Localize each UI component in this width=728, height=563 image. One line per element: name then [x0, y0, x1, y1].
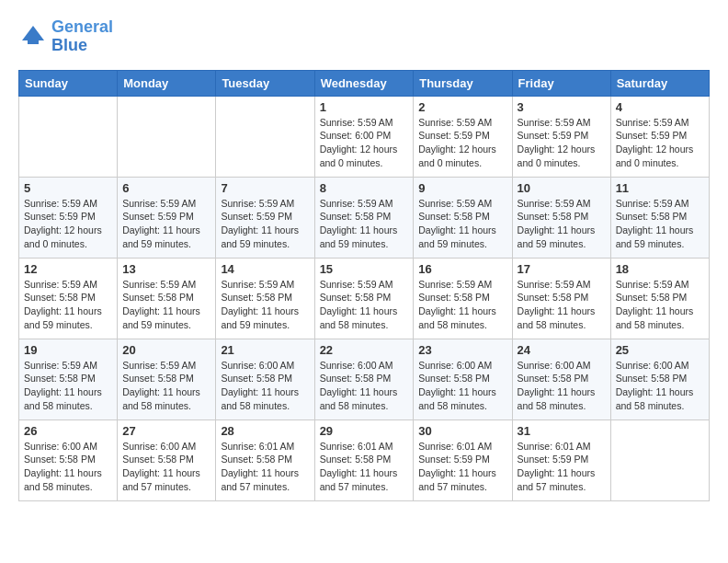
day-number: 2 [418, 100, 506, 114]
day-number: 12 [24, 262, 112, 276]
day-info: Sunrise: 6:01 AM Sunset: 5:58 PM Dayligh… [221, 440, 309, 494]
day-info: Sunrise: 6:00 AM Sunset: 5:58 PM Dayligh… [320, 359, 409, 413]
day-info: Sunrise: 5:59 AM Sunset: 5:58 PM Dayligh… [221, 278, 309, 332]
day-number: 5 [24, 181, 112, 195]
day-info: Sunrise: 5:59 AM Sunset: 5:59 PM Dayligh… [24, 197, 112, 251]
day-info: Sunrise: 5:59 AM Sunset: 5:58 PM Dayligh… [122, 359, 210, 413]
calendar-week-3: 12Sunrise: 5:59 AM Sunset: 5:58 PM Dayli… [19, 258, 710, 339]
day-number: 19 [24, 343, 112, 357]
day-info: Sunrise: 6:00 AM Sunset: 5:58 PM Dayligh… [518, 359, 606, 413]
calendar-cell: 14Sunrise: 5:59 AM Sunset: 5:58 PM Dayli… [216, 258, 314, 339]
day-info: Sunrise: 5:59 AM Sunset: 5:58 PM Dayligh… [518, 278, 606, 332]
calendar-cell: 19Sunrise: 5:59 AM Sunset: 5:58 PM Dayli… [19, 339, 118, 419]
calendar-cell: 29Sunrise: 6:01 AM Sunset: 5:58 PM Dayli… [314, 419, 414, 500]
day-number: 30 [418, 424, 506, 438]
day-info: Sunrise: 5:59 AM Sunset: 5:58 PM Dayligh… [616, 278, 704, 332]
day-info: Sunrise: 5:59 AM Sunset: 5:59 PM Dayligh… [221, 197, 309, 251]
day-info: Sunrise: 5:59 AM Sunset: 5:59 PM Dayligh… [616, 116, 704, 170]
day-number: 22 [320, 343, 409, 357]
calendar-cell: 25Sunrise: 6:00 AM Sunset: 5:58 PM Dayli… [610, 339, 709, 419]
day-number: 20 [122, 343, 210, 357]
day-number: 28 [221, 424, 309, 438]
calendar-week-5: 26Sunrise: 6:00 AM Sunset: 5:58 PM Dayli… [19, 419, 710, 500]
day-number: 1 [320, 100, 409, 114]
svg-marker-0 [22, 26, 44, 40]
day-number: 16 [418, 262, 506, 276]
day-info: Sunrise: 6:01 AM Sunset: 5:59 PM Dayligh… [418, 440, 506, 494]
day-number: 15 [320, 262, 409, 276]
calendar-week-4: 19Sunrise: 5:59 AM Sunset: 5:58 PM Dayli… [19, 339, 710, 419]
calendar-cell: 20Sunrise: 5:59 AM Sunset: 5:58 PM Dayli… [118, 339, 216, 419]
calendar-cell: 4Sunrise: 5:59 AM Sunset: 5:59 PM Daylig… [610, 96, 709, 177]
calendar-cell: 12Sunrise: 5:59 AM Sunset: 5:58 PM Dayli… [19, 258, 118, 339]
day-number: 18 [616, 262, 704, 276]
calendar-cell: 28Sunrise: 6:01 AM Sunset: 5:58 PM Dayli… [216, 419, 314, 500]
day-info: Sunrise: 5:59 AM Sunset: 5:58 PM Dayligh… [122, 278, 210, 332]
day-info: Sunrise: 5:59 AM Sunset: 5:58 PM Dayligh… [24, 359, 112, 413]
col-header-tuesday: Tuesday [216, 70, 314, 96]
day-info: Sunrise: 5:59 AM Sunset: 5:59 PM Dayligh… [518, 116, 606, 170]
day-info: Sunrise: 6:00 AM Sunset: 5:58 PM Dayligh… [221, 359, 309, 413]
logo: General Blue [18, 18, 113, 55]
day-info: Sunrise: 5:59 AM Sunset: 5:59 PM Dayligh… [122, 197, 210, 251]
calendar-cell: 31Sunrise: 6:01 AM Sunset: 5:59 PM Dayli… [512, 419, 610, 500]
day-number: 13 [122, 262, 210, 276]
calendar-cell [118, 96, 216, 177]
calendar-cell: 16Sunrise: 5:59 AM Sunset: 5:58 PM Dayli… [414, 258, 512, 339]
day-number: 7 [221, 181, 309, 195]
day-number: 10 [518, 181, 606, 195]
calendar-week-1: 1Sunrise: 5:59 AM Sunset: 6:00 PM Daylig… [19, 96, 710, 177]
day-info: Sunrise: 5:59 AM Sunset: 5:58 PM Dayligh… [418, 278, 506, 332]
day-number: 23 [418, 343, 506, 357]
calendar-cell: 22Sunrise: 6:00 AM Sunset: 5:58 PM Dayli… [314, 339, 414, 419]
day-number: 25 [616, 343, 704, 357]
day-number: 3 [518, 100, 606, 114]
day-number: 29 [320, 424, 409, 438]
calendar-cell: 26Sunrise: 6:00 AM Sunset: 5:58 PM Dayli… [19, 419, 118, 500]
day-info: Sunrise: 5:59 AM Sunset: 5:58 PM Dayligh… [418, 197, 506, 251]
day-info: Sunrise: 5:59 AM Sunset: 5:59 PM Dayligh… [418, 116, 506, 170]
calendar-cell [19, 96, 118, 177]
day-number: 6 [122, 181, 210, 195]
calendar-cell: 27Sunrise: 6:00 AM Sunset: 5:58 PM Dayli… [118, 419, 216, 500]
calendar-table: SundayMondayTuesdayWednesdayThursdayFrid… [18, 70, 710, 501]
day-info: Sunrise: 5:59 AM Sunset: 5:58 PM Dayligh… [616, 197, 704, 251]
calendar-cell: 11Sunrise: 5:59 AM Sunset: 5:58 PM Dayli… [610, 177, 709, 258]
col-header-thursday: Thursday [414, 70, 512, 96]
calendar-cell: 13Sunrise: 5:59 AM Sunset: 5:58 PM Dayli… [118, 258, 216, 339]
calendar-cell: 30Sunrise: 6:01 AM Sunset: 5:59 PM Dayli… [414, 419, 512, 500]
day-info: Sunrise: 6:01 AM Sunset: 5:59 PM Dayligh… [518, 440, 606, 494]
day-info: Sunrise: 5:59 AM Sunset: 5:58 PM Dayligh… [518, 197, 606, 251]
col-header-wednesday: Wednesday [314, 70, 414, 96]
calendar-cell: 18Sunrise: 5:59 AM Sunset: 5:58 PM Dayli… [610, 258, 709, 339]
calendar-cell: 9Sunrise: 5:59 AM Sunset: 5:58 PM Daylig… [414, 177, 512, 258]
calendar-cell: 3Sunrise: 5:59 AM Sunset: 5:59 PM Daylig… [512, 96, 610, 177]
page-header: General Blue [18, 18, 710, 55]
col-header-monday: Monday [118, 70, 216, 96]
day-info: Sunrise: 6:00 AM Sunset: 5:58 PM Dayligh… [122, 440, 210, 494]
calendar-cell: 24Sunrise: 6:00 AM Sunset: 5:58 PM Dayli… [512, 339, 610, 419]
calendar-cell [216, 96, 314, 177]
calendar-cell: 1Sunrise: 5:59 AM Sunset: 6:00 PM Daylig… [314, 96, 414, 177]
calendar-cell: 2Sunrise: 5:59 AM Sunset: 5:59 PM Daylig… [414, 96, 512, 177]
calendar-cell: 6Sunrise: 5:59 AM Sunset: 5:59 PM Daylig… [118, 177, 216, 258]
svg-rect-1 [28, 40, 39, 44]
day-number: 9 [418, 181, 506, 195]
logo-text: General Blue [51, 18, 113, 55]
calendar-cell: 5Sunrise: 5:59 AM Sunset: 5:59 PM Daylig… [19, 177, 118, 258]
calendar-cell: 17Sunrise: 5:59 AM Sunset: 5:58 PM Dayli… [512, 258, 610, 339]
logo-icon [18, 22, 48, 52]
calendar-cell: 8Sunrise: 5:59 AM Sunset: 5:58 PM Daylig… [314, 177, 414, 258]
day-info: Sunrise: 5:59 AM Sunset: 6:00 PM Dayligh… [320, 116, 409, 170]
day-info: Sunrise: 6:00 AM Sunset: 5:58 PM Dayligh… [418, 359, 506, 413]
day-info: Sunrise: 5:59 AM Sunset: 5:58 PM Dayligh… [320, 197, 409, 251]
calendar-cell: 15Sunrise: 5:59 AM Sunset: 5:58 PM Dayli… [314, 258, 414, 339]
day-number: 31 [518, 424, 606, 438]
day-number: 14 [221, 262, 309, 276]
calendar-cell: 21Sunrise: 6:00 AM Sunset: 5:58 PM Dayli… [216, 339, 314, 419]
col-header-sunday: Sunday [19, 70, 118, 96]
calendar-cell: 7Sunrise: 5:59 AM Sunset: 5:59 PM Daylig… [216, 177, 314, 258]
day-number: 4 [616, 100, 704, 114]
day-number: 24 [518, 343, 606, 357]
day-info: Sunrise: 5:59 AM Sunset: 5:58 PM Dayligh… [24, 278, 112, 332]
